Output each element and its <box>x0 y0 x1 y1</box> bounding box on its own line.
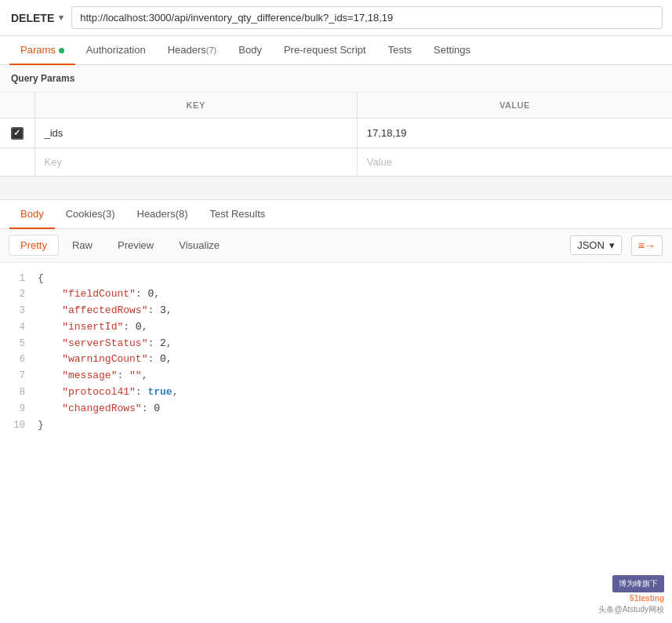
row2-key-cell[interactable]: Key <box>35 148 357 176</box>
format-selector[interactable]: JSON ▾ <box>570 235 622 255</box>
tab-settings[interactable]: Settings <box>423 36 481 65</box>
tab-prerequest[interactable]: Pre-request Script <box>273 36 377 65</box>
response-tab-testresults[interactable]: Test Results <box>199 200 277 229</box>
query-params-header: Query Params <box>0 65 672 93</box>
section-divider <box>0 177 672 200</box>
col-checkbox-header <box>0 93 35 118</box>
request-tabs: Params Authorization Headers(7) Body Pre… <box>0 36 672 65</box>
params-dot <box>59 48 64 53</box>
row1-checkbox[interactable]: ✓ <box>11 127 24 140</box>
response-body: 1 { 2 "fieldCount": 0, 3 "affectedRows":… <box>0 263 672 483</box>
table-row: Key Value <box>0 148 672 176</box>
row2-checkbox-cell <box>0 148 35 176</box>
watermark-top: 博为峰旗下 <box>612 575 664 592</box>
top-bar: DELETE ▾ <box>0 0 672 36</box>
code-line-3: 3 "affectedRows": 3, <box>0 303 672 319</box>
code-line-6: 6 "warningCount": 0, <box>0 352 672 368</box>
tab-headers[interactable]: Headers(7) <box>157 36 228 65</box>
row1-checkbox-cell: ✓ <box>0 118 35 148</box>
method-selector[interactable]: DELETE ▾ <box>9 9 65 27</box>
row1-key-cell: _ids <box>35 118 357 148</box>
response-tab-headers[interactable]: Headers(8) <box>126 200 199 229</box>
watermark: 博为峰旗下 51testing 头条@Atstudy网校 <box>598 575 664 615</box>
row1-value-cell: 17,18,19 <box>357 118 672 148</box>
method-chevron: ▾ <box>59 13 64 23</box>
response-toolbar: Pretty Raw Preview Visualize JSON ▾ ≡→ <box>0 229 672 263</box>
col-value-header: VALUE <box>357 93 672 118</box>
view-preview-button[interactable]: Preview <box>107 235 165 255</box>
code-line-7: 7 "message": "", <box>0 368 672 384</box>
wrap-button[interactable]: ≡→ <box>631 235 663 256</box>
code-line-1: 1 { <box>0 271 672 287</box>
watermark-middle: 51testing <box>630 594 664 603</box>
method-label: DELETE <box>11 12 54 24</box>
col-key-header: KEY <box>35 93 357 118</box>
table-row: ✓ _ids 17,18,19 <box>0 118 672 148</box>
watermark-bottom: 头条@Atstudy网校 <box>598 604 664 615</box>
tab-params[interactable]: Params <box>9 36 75 65</box>
row2-value-cell[interactable]: Value <box>357 148 672 176</box>
params-table: KEY VALUE ✓ _ids 17,18,19 Key <box>0 93 672 177</box>
tab-authorization[interactable]: Authorization <box>75 36 157 65</box>
response-tab-cookies[interactable]: Cookies(3) <box>55 200 126 229</box>
format-chevron: ▾ <box>609 239 615 251</box>
response-tab-body[interactable]: Body <box>9 200 55 229</box>
code-line-2: 2 "fieldCount": 0, <box>0 286 672 303</box>
tab-tests[interactable]: Tests <box>377 36 423 65</box>
url-input[interactable] <box>71 6 663 29</box>
code-line-4: 4 "insertId": 0, <box>0 319 672 336</box>
response-tabs: Body Cookies(3) Headers(8) Test Results <box>0 200 672 229</box>
view-visualize-button[interactable]: Visualize <box>168 235 231 255</box>
tab-body[interactable]: Body <box>227 36 273 65</box>
code-line-8: 8 "protocol41": true, <box>0 384 672 401</box>
view-pretty-button[interactable]: Pretty <box>9 235 58 255</box>
code-line-10: 10 } <box>0 417 672 434</box>
code-line-9: 9 "changedRows": 0 <box>0 401 672 417</box>
code-line-5: 5 "serverStatus": 2, <box>0 336 672 352</box>
view-raw-button[interactable]: Raw <box>61 235 104 255</box>
